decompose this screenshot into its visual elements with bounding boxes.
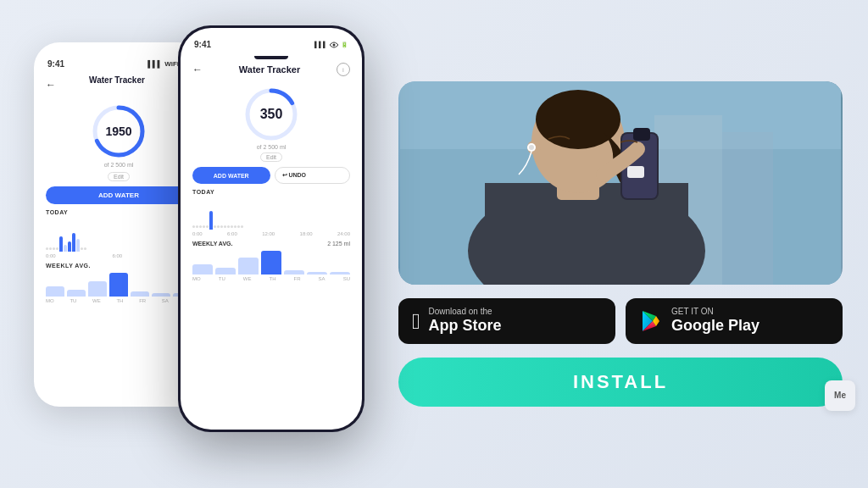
- bg-chart-x: 0:006:0012:00: [46, 253, 192, 258]
- fg-weekly-header: WEEKLY AVG. 2 125 ml: [192, 241, 350, 247]
- google-play-icon: [639, 309, 663, 333]
- fg-weekly-val: 2 125 ml: [327, 241, 350, 247]
- fg-back-arrow[interactable]: ←: [192, 64, 203, 75]
- fg-water-sub: of 2 500 ml: [257, 144, 287, 150]
- fg-water-circle: 350: [242, 85, 301, 144]
- svg-point-2: [333, 43, 336, 46]
- svg-point-16: [529, 145, 534, 150]
- install-button[interactable]: INSTALL: [398, 358, 843, 407]
- right-section:  Download on the App Store: [398, 17, 843, 471]
- app-store-sub: Download on the: [429, 307, 502, 317]
- fg-info-icon[interactable]: i: [337, 63, 350, 76]
- google-play-main: Google Play: [671, 317, 760, 336]
- google-play-button[interactable]: GET IT ON Google Play: [626, 298, 843, 344]
- fg-today-label: TODAY: [192, 189, 350, 195]
- fg-weekly-x: MOTUWETHFRSASU: [192, 276, 350, 281]
- bg-add-water-btn[interactable]: ADD WATER: [46, 186, 192, 204]
- bg-water-circle: 1950: [89, 102, 148, 161]
- bg-weekly-label: WEEKLY AVG.: [46, 263, 192, 269]
- svg-rect-8: [722, 132, 773, 285]
- fg-phone-time: 9:41: [194, 40, 211, 49]
- bg-today-label: TODAY: [46, 209, 192, 215]
- phones-section: 9:41 ▌▌▌WiFi🔋 ← Water Tracker: [25, 17, 381, 471]
- fg-add-water-btn[interactable]: ADD WATER: [192, 167, 270, 184]
- bottom-row: INSTALL Me: [398, 358, 843, 407]
- fg-weekly-label: WEEKLY AVG.: [192, 241, 232, 247]
- bg-phone-time: 9:41: [47, 59, 64, 69]
- fg-chart-x: 0:006:0012:0018:0024:00: [192, 231, 350, 236]
- apple-icon: : [412, 310, 420, 332]
- fg-app-title: Water Tracker: [239, 64, 300, 75]
- main-container: 9:41 ▌▌▌WiFi🔋 ← Water Tracker: [0, 0, 868, 488]
- store-buttons-row:  Download on the App Store: [398, 298, 843, 344]
- google-play-sub: GET IT ON: [671, 307, 760, 317]
- fg-status-icons: ▌▌▌ 🔋: [314, 42, 348, 48]
- fg-edit-btn[interactable]: Edit: [260, 152, 282, 162]
- bg-back-arrow[interactable]: ←: [46, 79, 56, 91]
- svg-point-13: [536, 90, 620, 149]
- svg-rect-19: [633, 128, 650, 141]
- me-badge[interactable]: Me: [825, 380, 855, 411]
- bg-app-title: Water Tracker: [89, 75, 145, 85]
- app-store-button[interactable]:  Download on the App Store: [398, 298, 615, 344]
- bg-edit-btn[interactable]: Edit: [108, 172, 130, 181]
- bg-water-amount: 1950: [105, 125, 131, 138]
- photo-container: [398, 81, 843, 285]
- phone-foreground: 9:41 ▌▌▌ 🔋 ← Water Tracker i: [178, 25, 364, 432]
- google-play-text: GET IT ON Google Play: [671, 307, 760, 336]
- fg-water-amount: 350: [260, 108, 283, 121]
- fg-action-row: ADD WATER ↩ UNDO: [192, 167, 350, 184]
- app-store-text: Download on the App Store: [429, 307, 502, 336]
- bg-water-sub: of 2 500 ml: [104, 161, 134, 169]
- svg-rect-20: [627, 166, 644, 178]
- fg-undo-btn[interactable]: ↩ UNDO: [275, 167, 351, 184]
- app-store-main: App Store: [429, 317, 502, 336]
- bg-weekly-x: MOTUWETHFRSASU: [46, 298, 192, 303]
